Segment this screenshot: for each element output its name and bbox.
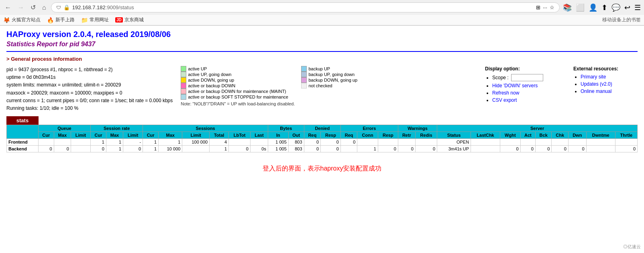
maxsock-line: maxsock = 200029; maxconn = 100000; maxp… — [6, 89, 173, 97]
refresh-now-link[interactable]: Refresh now — [492, 90, 519, 96]
online-manual-link[interactable]: Online manual — [581, 88, 611, 94]
updates-link[interactable]: Updates (v2.0) — [581, 81, 612, 87]
undo-icon[interactable]: ↩ — [624, 3, 630, 12]
bookmark-firefox[interactable]: 🦊 火狐官方站点 — [3, 16, 41, 23]
library-icon[interactable]: 📚 — [563, 3, 572, 12]
refresh-now-item: Refresh now — [492, 90, 565, 96]
account-icon[interactable]: 👤 — [589, 3, 597, 12]
star-icon: ☆ — [550, 4, 554, 10]
th-s-last: Last — [250, 132, 268, 139]
stats-container: stats Queue Session rate Sessions Bytes … — [6, 116, 638, 152]
frontend-sr-max: 1 — [106, 139, 123, 146]
stats-table-body: Frontend 1 1 - 1 1 100 000 4 1 005 803 0 — [7, 139, 638, 152]
th-q-cur: Cur — [38, 132, 54, 139]
frontend-q-cur — [38, 139, 54, 146]
th-s-lbtot: LbTot — [229, 132, 251, 139]
csv-export-item: CSV export — [492, 97, 565, 103]
table-group-header-row: Queue Session rate Sessions Bytes Denied… — [7, 125, 638, 132]
color-not-checked — [301, 83, 307, 88]
frontend-dwn — [568, 139, 586, 146]
frontend-e-conn — [357, 139, 378, 146]
reload-button[interactable]: ↺ — [29, 3, 37, 12]
legend-item: active or backup DOWN — [181, 83, 295, 88]
backend-e-resp: 0 — [378, 146, 398, 152]
csv-export-link[interactable]: CSV export — [492, 97, 517, 103]
more-icon: ··· — [543, 4, 547, 10]
mobile-bookmarks[interactable]: 移动设备上的书签 — [602, 16, 641, 23]
color-backup-up — [301, 66, 307, 72]
legend-item: active UP, going down — [181, 72, 295, 77]
th-errors: Errors — [340, 125, 398, 132]
backend-thrtle: 0 — [615, 146, 637, 152]
main-info-section: pid = 9437 (process #1, nbproc = 1, nbth… — [6, 66, 638, 112]
th-sessrate: Session rate — [91, 125, 143, 132]
frontend-chk — [552, 139, 568, 146]
frontend-s-lbtot — [229, 139, 251, 146]
stats-section-header: stats — [6, 116, 39, 125]
folder-icon: 📁 — [81, 17, 88, 23]
syslimits-line: system limits: memmax = unlimited; ulimi… — [6, 81, 173, 89]
menu-icon[interactable]: ☰ — [634, 3, 641, 12]
backend-status: 3m41s UP — [437, 146, 471, 152]
color-active-backup-down — [181, 83, 186, 88]
th-queue: Queue — [38, 125, 90, 132]
th-sv-lastchk: LastChk — [471, 132, 500, 139]
external-resources-title: External resources: — [573, 66, 638, 72]
backend-s-lbtot: 0 — [229, 146, 251, 152]
backend-s-total: 1 — [210, 146, 229, 152]
hide-down-link[interactable]: Hide 'DOWN' servers — [492, 83, 538, 88]
backend-dwn: 0 — [568, 146, 586, 152]
color-soft-stopped — [181, 94, 186, 100]
conns-line: current conns = 1; current pipes = 0/0; … — [6, 97, 173, 105]
browser-toolbar: ← → ↺ ⌂ 🛡 🔒 192.168.7.182:9009/status ⊞ … — [0, 0, 644, 15]
th-e-req: Req — [340, 132, 357, 139]
th-sv-wght: Wght — [500, 132, 520, 139]
frontend-lastchk — [471, 139, 500, 146]
url-bar[interactable]: 🛡 🔒 192.168.7.182:9009/status ⊞ ··· ☆ — [51, 2, 560, 12]
bookmark-newuser[interactable]: 🔥 新手上路 — [47, 16, 75, 23]
backend-w-redis: 0 — [415, 146, 437, 152]
th-w-retr: Retr — [398, 132, 415, 139]
forward-button[interactable]: → — [16, 3, 26, 12]
primary-site-item: Primary site — [581, 74, 638, 80]
bookmarks-bar: 🦊 火狐官方站点 🔥 新手上路 📁 常用网址 JD 京东商城 移动设备上的书签 — [0, 15, 644, 25]
bookmark-label: 京东商城 — [124, 16, 144, 23]
legend-note: Note: "NOLB"/"DRAIN" = UP with load-bala… — [181, 101, 295, 106]
chat-icon[interactable]: 💬 — [611, 3, 620, 12]
url-lock-icon: 🔒 — [63, 4, 70, 10]
section-header: > General process information — [6, 56, 638, 62]
th-sv-status: Status — [437, 132, 471, 139]
fire-icon: 🔥 — [47, 17, 54, 23]
th-b-in: In — [268, 132, 288, 139]
backend-chk: 0 — [552, 146, 568, 152]
url-host: 192.168.7.182 — [72, 4, 106, 10]
backend-s-last: 0s — [250, 146, 268, 152]
bookmark-label: 火狐官方站点 — [12, 16, 41, 23]
bookmark-jd[interactable]: JD 京东商城 — [115, 16, 144, 23]
back-button[interactable]: ← — [3, 3, 13, 12]
bookmark-label: 常用网址 — [90, 16, 109, 23]
frontend-bck — [535, 139, 552, 146]
hide-down-item: Hide 'DOWN' servers — [492, 83, 565, 88]
home-button[interactable]: ⌂ — [41, 3, 48, 12]
backend-q-max: 0 — [54, 146, 71, 152]
th-sv-chk: Chk — [552, 132, 568, 139]
stats-table: Queue Session rate Sessions Bytes Denied… — [6, 125, 638, 152]
backend-e-req — [340, 146, 357, 152]
frontend-q-max — [54, 139, 71, 146]
backend-lastchk — [471, 146, 500, 152]
frontend-s-last — [250, 139, 268, 146]
layout-icon[interactable]: ⬜ — [576, 3, 585, 12]
primary-site-link[interactable]: Primary site — [581, 74, 606, 80]
firefox-icon: 🦊 — [3, 17, 10, 23]
legend-item: active or backup DOWN for maintenance (M… — [181, 88, 295, 94]
sync-icon[interactable]: ⬆ — [601, 3, 607, 12]
th-sv-dwn: Dwn — [568, 132, 586, 139]
bookmark-common[interactable]: 📁 常用网址 — [81, 16, 109, 23]
pid-line: pid = 9437 (process #1, nbproc = 1, nbth… — [6, 66, 173, 74]
scope-input[interactable] — [511, 74, 543, 81]
legend-left: active UP active UP, going down active D… — [181, 66, 295, 106]
th-e-resp: Resp — [378, 132, 398, 139]
frontend-wght — [500, 139, 520, 146]
frontend-s-limit: 100 000 — [182, 139, 210, 146]
